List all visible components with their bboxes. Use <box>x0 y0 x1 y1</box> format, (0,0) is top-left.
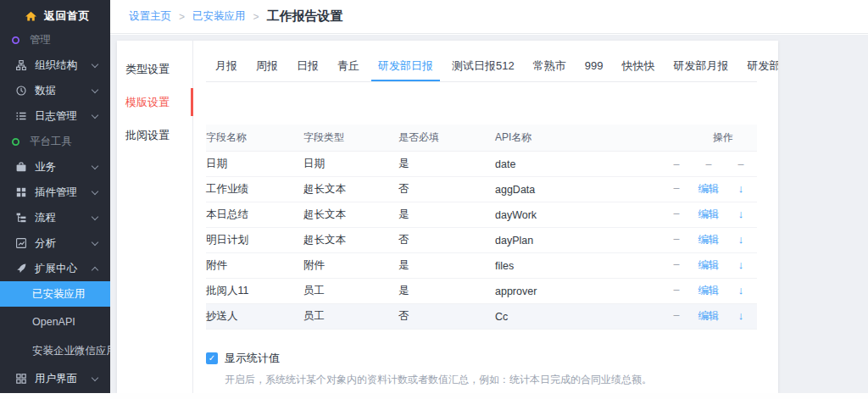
chevron-up-icon <box>92 266 98 273</box>
table-row: 附件 附件 是 files –编辑↓ <box>206 253 757 279</box>
move-down-icon[interactable]: ↓ <box>725 208 757 222</box>
move-down-icon[interactable]: ↓ <box>725 233 757 247</box>
sidebar-item-analysis[interactable]: 分析 <box>0 230 110 256</box>
op-placeholder: – <box>693 158 725 170</box>
sidebar-item-org-structure[interactable]: 组织结构 <box>0 53 110 78</box>
flow-icon <box>15 213 26 224</box>
sidebar-home-link[interactable]: 返回首页 <box>0 0 110 27</box>
table-row: 批阅人11 员工 是 approver –编辑↓ <box>206 279 757 304</box>
settings-card: 类型设置 模版设置 批阅设置 月报 周报 日报 青丘 研发部日报 测试日报512… <box>117 41 778 393</box>
sidebar-item-log-manage[interactable]: 日志管理 <box>0 103 110 129</box>
sidebar-item-business[interactable]: 业务 <box>0 154 110 180</box>
chevron-down-icon <box>92 213 98 219</box>
sidebar-item-workflow[interactable]: 流程 <box>0 205 110 230</box>
window-bottom-strip <box>0 393 868 399</box>
settings-nav-template[interactable]: 模版设置 <box>117 86 192 119</box>
breadcrumb-link-settings-home[interactable]: 设置主页 <box>129 9 171 24</box>
col-field-type: 字段类型 <box>303 130 398 145</box>
chevron-down-icon <box>92 86 98 92</box>
tab-test-daily-512[interactable]: 测试日报512 <box>442 51 524 81</box>
table-row: 抄送人 员工 否 Cc –编辑↓ <box>206 304 757 330</box>
sidebar-category-platform-tools: 平台工具 <box>0 129 110 154</box>
tab-changshu[interactable]: 常熟市 <box>524 51 576 81</box>
fields-table-header: 字段名称 字段类型 是否必填 API名称 操作 <box>206 125 757 152</box>
ring-purple-icon <box>10 35 21 46</box>
breadcrumb: 设置主页 > 已安装应用 > 工作报告设置 <box>110 0 868 34</box>
breadcrumb-separator: > <box>253 11 259 23</box>
op-placeholder: – <box>660 182 693 197</box>
table-row: 工作业绩 超长文本 否 aggData –编辑↓ <box>206 177 757 202</box>
chart-icon <box>15 238 26 249</box>
col-operation: 操作 <box>660 130 757 145</box>
briefcase-icon <box>15 162 26 173</box>
move-down-icon[interactable]: ↓ <box>725 182 757 197</box>
sidebar-subitem-openapi[interactable]: OpenAPI <box>0 307 110 336</box>
chevron-down-icon <box>92 187 98 194</box>
edit-button[interactable]: 编辑 <box>693 284 725 298</box>
breadcrumb-link-installed-apps[interactable]: 已安装应用 <box>192 9 246 24</box>
sidebar-home-label: 返回首页 <box>44 8 90 24</box>
tab-monthly[interactable]: 月报 <box>206 51 247 81</box>
settings-nav-review[interactable]: 批阅设置 <box>117 119 192 152</box>
tab-rd-monthly[interactable]: 研发部月报 <box>664 51 737 81</box>
sidebar: 返回首页 管理 组织结构 数据 日志管理 <box>0 0 110 393</box>
op-placeholder: – <box>660 208 693 222</box>
stats-section: ✓ 显示统计值 开启后，系统统计某个对象内的资料计数或者数值汇总，例如：统计本日… <box>206 351 757 387</box>
list-icon <box>15 111 26 122</box>
ring-green-icon <box>10 136 21 147</box>
op-placeholder: – <box>660 233 693 247</box>
move-down-icon[interactable]: ↓ <box>725 309 757 324</box>
table-row: 明日计划 超长文本 否 dayPlan –编辑↓ <box>206 228 757 253</box>
sidebar-category-manage: 管理 <box>0 27 110 53</box>
op-placeholder: – <box>725 158 757 170</box>
op-placeholder: – <box>660 309 693 324</box>
plugin-icon <box>15 187 26 198</box>
op-placeholder: – <box>660 258 693 273</box>
tab-999[interactable]: 999 <box>576 51 613 81</box>
col-required: 是否必填 <box>398 130 495 145</box>
tab-kuaikuaikuai[interactable]: 快快快 <box>612 51 664 81</box>
stats-description: 开启后，系统统计某个对象内的资料计数或者数值汇总，例如：统计本日完成的合同业绩总… <box>225 373 757 387</box>
fields-table: 字段名称 字段类型 是否必填 API名称 操作 日期 日期 是 date –––… <box>206 125 757 330</box>
chevron-down-icon <box>92 238 98 245</box>
grid-icon <box>15 374 26 385</box>
clock-icon <box>15 86 26 97</box>
move-down-icon[interactable]: ↓ <box>725 258 757 273</box>
move-down-icon[interactable]: ↓ <box>725 284 757 298</box>
sidebar-subitem-install-wecom-app[interactable]: 安装企业微信应用 <box>0 336 110 366</box>
settings-nav-type[interactable]: 类型设置 <box>117 53 192 86</box>
edit-button[interactable]: 编辑 <box>693 309 725 324</box>
table-row: 本日总结 超长文本 是 dayWork –编辑↓ <box>206 202 757 228</box>
tab-rd-daily[interactable]: 研发部日报 <box>369 51 442 81</box>
breadcrumb-separator: > <box>179 11 185 23</box>
app-window: 返回首页 管理 组织结构 数据 日志管理 <box>0 0 868 399</box>
op-placeholder: – <box>660 158 693 170</box>
sidebar-item-data[interactable]: 数据 <box>0 78 110 103</box>
chevron-down-icon <box>92 162 98 169</box>
tab-weekly[interactable]: 周报 <box>247 51 287 81</box>
chevron-down-icon <box>92 60 98 67</box>
sidebar-item-plugin-manage[interactable]: 插件管理 <box>0 180 110 205</box>
edit-button[interactable]: 编辑 <box>693 208 725 222</box>
sidebar-item-user-interface[interactable]: 用户界面 <box>0 366 110 391</box>
edit-button[interactable]: 编辑 <box>693 182 725 197</box>
table-row: 日期 日期 是 date ––– <box>206 152 757 177</box>
template-settings-panel: 月报 周报 日报 青丘 研发部日报 测试日报512 常熟市 999 快快快 研发… <box>193 41 778 393</box>
show-stats-checkbox[interactable]: ✓ <box>206 352 218 364</box>
settings-nav: 类型设置 模版设置 批阅设置 <box>117 41 193 393</box>
edit-button[interactable]: 编辑 <box>693 233 725 247</box>
sidebar-subitem-installed-apps[interactable]: 已安装应用 <box>0 281 110 307</box>
report-type-tabs: 月报 周报 日报 青丘 研发部日报 测试日报512 常熟市 999 快快快 研发… <box>206 41 757 82</box>
col-api-name: API名称 <box>495 130 660 145</box>
tab-rd-weekly[interactable]: 研发部周报 <box>737 51 778 81</box>
edit-button[interactable]: 编辑 <box>693 258 725 273</box>
home-icon <box>25 11 36 22</box>
col-field-name: 字段名称 <box>206 130 303 145</box>
tab-daily[interactable]: 日报 <box>287 51 328 81</box>
op-placeholder: – <box>660 284 693 298</box>
sidebar-item-extension-center[interactable]: 扩展中心 <box>0 256 110 281</box>
chevron-down-icon <box>92 374 98 380</box>
rocket-icon <box>15 263 26 274</box>
tab-qingqiu[interactable]: 青丘 <box>328 51 369 81</box>
show-stats-label: 显示统计值 <box>225 351 280 366</box>
